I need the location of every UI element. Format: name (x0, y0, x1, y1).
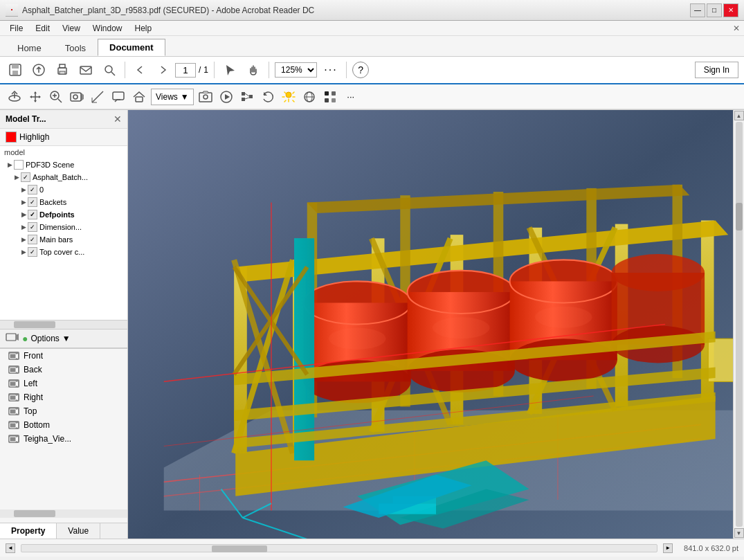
3d-home-icon[interactable] (130, 88, 148, 106)
help-icon[interactable]: ? (352, 62, 369, 78)
3d-screenshot-icon[interactable] (197, 88, 215, 106)
tree-item-defpoints[interactable]: ▶ ✓ Defpoints (0, 208, 127, 221)
prev-page-icon[interactable] (131, 60, 150, 80)
tree-check-mainbars[interactable]: ✓ (28, 235, 37, 244)
tab-tools[interactable]: Tools (53, 39, 98, 56)
upload-icon[interactable] (29, 60, 48, 80)
menu-view[interactable]: View (57, 22, 86, 35)
hscroll-thumb[interactable] (212, 545, 267, 552)
scroll-thumb[interactable] (736, 203, 743, 231)
highlight-label: Highligh (19, 132, 49, 142)
3d-lighting-icon[interactable] (280, 88, 298, 106)
3d-measure-icon[interactable] (89, 88, 107, 106)
tree-label-pdf3d: PDF3D Scene (26, 161, 74, 169)
3d-comment-icon[interactable] (109, 88, 127, 106)
svg-rect-43 (325, 91, 329, 96)
hscroll-left-arrow[interactable]: ◄ (6, 543, 15, 553)
view-item-left[interactable]: Left (0, 377, 127, 390)
tree-check-0[interactable]: ✓ (28, 185, 37, 195)
svg-line-19 (58, 99, 62, 102)
view-item-bottom[interactable]: Bottom (0, 418, 127, 432)
3d-view-area[interactable]: 0.9 ▲ ▼ (128, 110, 744, 539)
minimize-button[interactable]: — (690, 3, 705, 17)
tree-hscroll[interactable] (0, 320, 127, 329)
3d-model-tree-icon[interactable] (238, 88, 256, 106)
views-dropdown-arrow: ▼ (181, 92, 189, 102)
tree-check-dimension[interactable]: ✓ (28, 222, 37, 232)
print-icon[interactable] (53, 60, 72, 80)
tree-check-pdf3d[interactable] (14, 160, 24, 170)
save-icon[interactable] (6, 60, 25, 80)
view-camera-bottom (8, 421, 19, 429)
tree-check-asphalt[interactable]: ✓ (21, 172, 30, 182)
tree-check-topcover[interactable]: ✓ (28, 247, 37, 257)
tree-check-backets[interactable]: ✓ (28, 197, 37, 207)
3d-more-icon[interactable]: ··· (342, 88, 360, 106)
menu-edit[interactable]: Edit (30, 22, 55, 35)
hand-tool-icon[interactable] (244, 60, 263, 80)
page-number-input[interactable] (175, 63, 196, 78)
tree-item-mainbars[interactable]: ▶ ✓ Main bars (0, 233, 127, 246)
panel-close-button[interactable]: ✕ (114, 114, 122, 125)
3d-zoom-icon[interactable] (47, 88, 65, 106)
tree-check-defpoints[interactable]: ✓ (28, 210, 37, 219)
svg-point-30 (203, 95, 208, 99)
search-icon[interactable] (100, 60, 119, 80)
tree-arrow-backets: ▶ (19, 199, 28, 206)
tree-item-backets[interactable]: ▶ ✓ Backets (0, 196, 127, 208)
view-item-teigha[interactable]: Teigha_Vie... (0, 432, 127, 446)
tree-label-defpoints: Defpoints (39, 210, 75, 219)
svg-rect-55 (10, 395, 16, 400)
tab-property[interactable]: Property (0, 523, 57, 539)
panel-close-x[interactable]: ✕ (733, 24, 740, 33)
view-item-back[interactable]: Back (0, 363, 127, 377)
view-item-front[interactable]: Front (0, 349, 127, 363)
tree-item-pdf3d[interactable]: ▶ PDF3D Scene (0, 159, 127, 171)
3d-scene: 0.9 (128, 110, 744, 539)
options-button[interactable]: ● Options ▼ (22, 333, 71, 344)
maximize-button[interactable]: □ (707, 3, 722, 17)
svg-rect-33 (242, 92, 245, 96)
tab-home[interactable]: Home (6, 39, 53, 56)
3d-color-swatch-icon[interactable] (321, 88, 339, 106)
tree-item-dimension[interactable]: ▶ ✓ Dimension... (0, 221, 127, 233)
tree-item-topcover[interactable]: ▶ ✓ Top cover c... (0, 246, 127, 258)
hscroll-track[interactable] (21, 544, 657, 552)
right-scrollbar[interactable]: ▲ ▼ (733, 110, 744, 539)
hscroll-right-arrow[interactable]: ► (663, 543, 673, 553)
toolbar-area: Home Tools Document (0, 36, 744, 110)
more-tools-button[interactable]: ··· (321, 60, 341, 80)
svg-rect-9 (80, 66, 91, 74)
3d-rotate-icon[interactable] (6, 88, 24, 106)
menu-help[interactable]: Help (129, 22, 158, 35)
tree-item-0[interactable]: ▶ ✓ 0 (0, 183, 127, 196)
menu-file[interactable]: File (4, 22, 28, 35)
menu-window[interactable]: Window (87, 22, 128, 35)
view-camera-back (8, 365, 19, 374)
view-item-top[interactable]: Top (0, 404, 127, 418)
3d-pan-icon[interactable] (26, 88, 44, 106)
tree-label-backets: Backets (39, 198, 66, 206)
highlight-color-swatch[interactable] (6, 132, 17, 143)
3d-play-icon[interactable] (217, 88, 235, 106)
toolbar-3d: Views ▼ ··· (0, 84, 744, 109)
tab-value[interactable]: Value (57, 523, 100, 539)
close-button[interactable]: ✕ (723, 3, 738, 17)
zoom-select[interactable]: 125% 100% 75% 150% (275, 62, 317, 78)
tree-item-asphalt[interactable]: ▶ ✓ Asphalt_Batch... (0, 171, 127, 183)
next-page-icon[interactable] (153, 60, 172, 80)
scroll-down-arrow[interactable]: ▼ (734, 528, 744, 538)
scroll-up-arrow[interactable]: ▲ (734, 111, 744, 120)
email-icon[interactable] (76, 60, 96, 80)
views-hscroll[interactable] (0, 509, 127, 518)
3d-rotate-cw-icon[interactable] (259, 88, 277, 106)
views-dropdown[interactable]: Views ▼ (151, 89, 194, 105)
tab-document[interactable]: Document (98, 39, 165, 56)
3d-render-mode-icon[interactable] (300, 88, 318, 106)
signin-button[interactable]: Sign In (695, 62, 738, 78)
svg-rect-28 (136, 97, 143, 102)
3d-camera-icon[interactable] (68, 88, 86, 106)
options-bar: ● Options ▼ (0, 329, 127, 348)
view-item-right[interactable]: Right (0, 390, 127, 404)
select-tool-icon[interactable] (220, 60, 239, 80)
